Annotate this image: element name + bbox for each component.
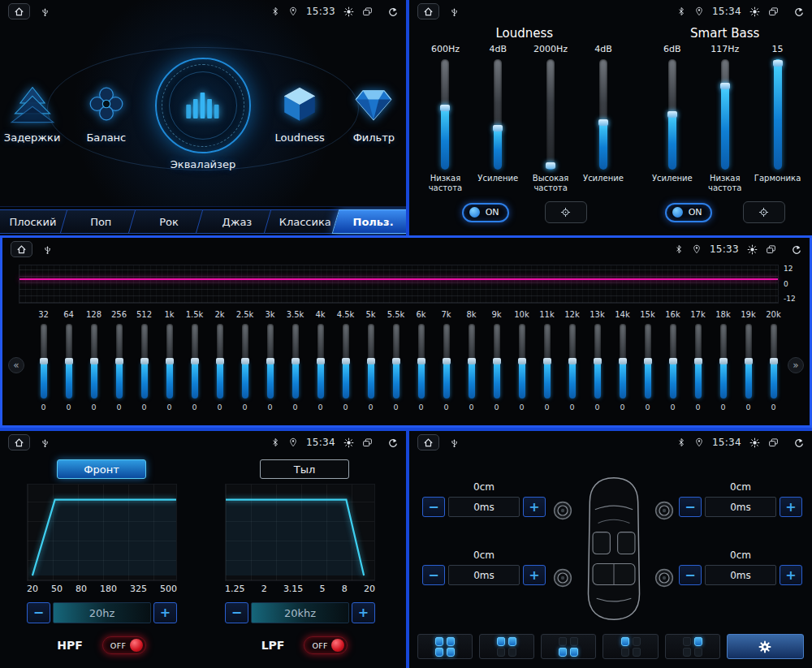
band-thumb[interactable] [518, 358, 526, 364]
delay-plus-button[interactable]: + [780, 565, 802, 585]
menu-item-equalizer[interactable]: Эквалайзер [148, 58, 257, 170]
band-thumb[interactable] [90, 358, 98, 364]
eq-band-slider[interactable]: 1k 0 [158, 310, 181, 412]
band-thumb[interactable] [342, 358, 350, 364]
eq-band-slider[interactable]: 4.5k 0 [334, 310, 357, 412]
recent-apps-icon[interactable] [362, 6, 373, 17]
eq-band-slider[interactable]: 20k 0 [762, 310, 785, 412]
slider-thumb[interactable] [493, 125, 503, 131]
eq-band-slider[interactable]: 256 0 [107, 310, 131, 412]
band-track[interactable] [771, 324, 777, 399]
band-track[interactable] [670, 324, 676, 399]
home-button[interactable] [8, 434, 30, 450]
band-thumb[interactable] [594, 358, 602, 364]
slider-track[interactable] [599, 59, 607, 170]
brightness-icon[interactable] [343, 437, 354, 448]
delay-minus-button[interactable]: − [679, 565, 702, 585]
eq-band-slider[interactable]: 16k 0 [661, 310, 685, 412]
band-track[interactable] [66, 324, 72, 399]
smart-bass-on-toggle[interactable]: ON [665, 203, 712, 222]
band-track[interactable] [368, 324, 374, 399]
vertical-slider[interactable]: 4dB Усиление [473, 44, 523, 195]
band-thumb[interactable] [140, 358, 149, 364]
recent-apps-icon[interactable] [768, 6, 779, 17]
tab-rear[interactable]: Тыл [260, 459, 349, 479]
seat-position-button[interactable] [417, 634, 473, 659]
delay-minus-button[interactable]: − [422, 497, 445, 517]
eq-band-slider[interactable]: 64 0 [57, 310, 80, 412]
eq-band-slider[interactable]: 18k 0 [711, 310, 735, 412]
band-thumb[interactable] [216, 358, 224, 364]
band-thumb[interactable] [317, 358, 325, 364]
eq-band-slider[interactable]: 17k 0 [686, 310, 710, 412]
eq-band-slider[interactable]: 4k 0 [309, 310, 332, 412]
slider-thumb[interactable] [773, 60, 783, 67]
eq-band-slider[interactable]: 19k 0 [736, 310, 760, 412]
recent-apps-icon[interactable] [768, 437, 779, 448]
eq-band-slider[interactable]: 11k 0 [535, 310, 559, 412]
brightness-icon[interactable] [747, 244, 758, 255]
slider-track[interactable] [721, 59, 729, 170]
home-button[interactable] [11, 241, 32, 257]
band-thumb[interactable] [619, 358, 627, 364]
hpf-plus-button[interactable]: + [153, 602, 177, 623]
band-thumb[interactable] [417, 358, 425, 364]
slider-thumb[interactable] [440, 105, 450, 111]
eq-band-slider[interactable]: 14k 0 [611, 310, 634, 412]
vertical-slider[interactable]: 600Hz Низкая частота [420, 44, 470, 195]
band-track[interactable] [494, 324, 500, 399]
band-track[interactable] [317, 324, 324, 399]
hpf-off-toggle[interactable]: OFF [102, 636, 146, 654]
preset-tab[interactable]: Польз. [340, 208, 406, 235]
band-thumb[interactable] [745, 358, 753, 364]
band-thumb[interactable] [266, 358, 274, 364]
lpf-off-toggle[interactable]: OFF [304, 636, 348, 654]
loudness-target-button[interactable] [545, 201, 587, 223]
band-track[interactable] [519, 324, 525, 399]
band-track[interactable] [91, 324, 97, 399]
back-icon[interactable] [793, 437, 804, 448]
vertical-slider[interactable]: 4dB Усиление [578, 44, 628, 195]
band-track[interactable] [720, 324, 727, 399]
preset-tab[interactable]: Рок [136, 208, 202, 235]
menu-item-delays[interactable]: Задержки [0, 84, 64, 144]
vertical-slider[interactable]: 15 Гармоника [753, 44, 803, 195]
band-track[interactable] [343, 324, 349, 399]
seat-position-button[interactable] [479, 634, 534, 659]
slider-track[interactable] [546, 59, 555, 170]
slider-thumb[interactable] [720, 83, 730, 89]
band-thumb[interactable] [191, 358, 199, 364]
brightness-icon[interactable] [343, 6, 354, 17]
preset-tab[interactable]: Джаз [204, 208, 270, 235]
brightness-icon[interactable] [749, 437, 760, 448]
band-track[interactable] [292, 324, 299, 399]
eq-band-slider[interactable]: 12k 0 [560, 310, 584, 412]
eq-band-slider[interactable]: 3k 0 [258, 310, 282, 412]
home-button[interactable] [417, 434, 439, 450]
band-thumb[interactable] [166, 358, 174, 364]
seat-position-button[interactable] [665, 634, 720, 659]
band-thumb[interactable] [644, 358, 652, 364]
seat-position-button[interactable] [541, 634, 596, 659]
eq-band-slider[interactable]: 6k 0 [409, 310, 433, 412]
delay-plus-button[interactable]: + [780, 497, 802, 517]
back-icon[interactable] [387, 6, 398, 17]
back-icon[interactable] [791, 244, 801, 255]
eq-band-slider[interactable]: 2.5k 0 [233, 310, 257, 412]
band-track[interactable] [41, 324, 47, 399]
band-thumb[interactable] [669, 358, 677, 364]
band-thumb[interactable] [392, 358, 400, 364]
band-track[interactable] [141, 324, 148, 399]
delay-plus-button[interactable]: + [523, 497, 546, 517]
delay-minus-button[interactable]: − [422, 565, 445, 585]
slider-thumb[interactable] [598, 119, 608, 126]
vertical-slider[interactable]: 2000Hz Высокая частота [525, 44, 576, 195]
recent-apps-icon[interactable] [766, 244, 776, 255]
preset-tab[interactable]: Классика [272, 208, 338, 235]
brightness-icon[interactable] [749, 6, 760, 17]
tab-front[interactable]: Фронт [57, 459, 146, 479]
band-thumb[interactable] [568, 358, 577, 364]
eq-band-slider[interactable]: 32 0 [32, 310, 55, 412]
band-track[interactable] [745, 324, 752, 399]
eq-band-slider[interactable]: 2k 0 [208, 310, 231, 412]
